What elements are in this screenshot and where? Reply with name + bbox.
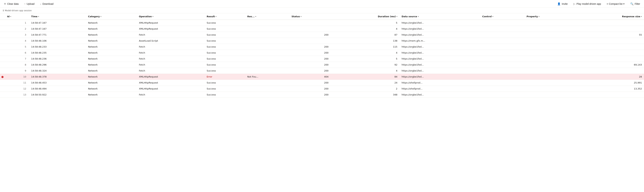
cell-duration: 5 [330,56,400,62]
col-header-category[interactable]: Category ▾ [86,14,137,20]
cell-responsesize: 13,352 [574,86,644,92]
cell-res [245,50,290,56]
compact-list-label: Compact list [609,2,622,5]
table-row[interactable]: 1014:58:48.378NetworkXMLHttpRequestError… [0,74,644,80]
cell-status: 200 [289,44,330,50]
cell-time: 14:58:48.378 [29,74,86,80]
cell-datasource: https://orgbe1fed... [400,32,480,38]
upload-button[interactable]: ↑ Upload [23,2,36,6]
col-header-control[interactable]: Control ▾ [480,14,524,20]
cell-id: 11 [5,80,29,86]
error-indicator-icon [2,76,4,78]
table-row[interactable]: 214:58:47.167NetworkXMLHttpRequestSucces… [0,26,644,32]
download-button[interactable]: ↓ Download [39,2,54,6]
cell-id: 4 [5,38,29,44]
table-row[interactable]: 814:58:48.296NetworkFetchSuccess20092htt… [0,62,644,68]
table-row[interactable]: 514:58:48.233NetworkFetchSuccess200115ht… [0,44,644,50]
cell-status: 200 [289,32,330,38]
filter-button[interactable]: 🔍 Filter [629,2,641,6]
toolbar-left: ✕ Clear data ↑ Upload ↓ Download [3,2,54,6]
cell-responsesize [574,20,644,26]
table-row[interactable]: 1214:58:48.494NetworkXMLHttpRequestSucce… [0,86,644,92]
row-indicator-cell [0,38,5,44]
col-property-label: Property [527,15,538,18]
cell-status: 200 [289,56,330,62]
cell-result: Success [204,86,245,92]
col-header-id[interactable]: Id ▾ [5,14,29,20]
cell-property [524,62,574,68]
col-header-operation[interactable]: Operation ▾ [137,14,204,20]
row-indicator-cell [0,26,5,32]
col-header-time[interactable]: Time ▾ [29,14,86,20]
table-row[interactable]: 714:58:48.236NetworkFetchSuccess2005http… [0,56,644,62]
col-header-duration[interactable]: Duration (ms) ▾ [330,14,400,20]
row-indicator-cell [0,80,5,86]
cell-time: 14:58:48.494 [29,86,86,92]
cell-time: 14:58:47.167 [29,20,86,26]
table-row[interactable]: 114:58:47.167NetworkXMLHttpRequestSucces… [0,20,644,26]
cell-id: 13 [5,92,29,98]
cell-control [480,26,524,32]
play-model-driven-app-button[interactable]: ▷ Play model-driven app [572,2,602,6]
compact-list-button[interactable]: ≡ Compact list ▾ [606,2,626,6]
cell-duration: 115 [330,44,400,50]
cell-operation: XMLHttpRequest [137,20,204,26]
cell-datasource: https://orgbe1fed... [400,92,480,98]
cell-res [245,38,290,44]
cell-responsesize: 25,991 [574,80,644,86]
table-row[interactable]: 914:58:48.324NetworkFetchSuccess2004http… [0,68,644,74]
cell-result: Success [204,38,245,44]
invite-button[interactable]: 👤 Invite [556,2,568,6]
clear-data-button[interactable]: ✕ Clear data [3,2,20,6]
col-header-status[interactable]: Status ▾ [289,14,330,20]
cell-duration: 5 [330,20,400,26]
table-row[interactable]: 1314:58:50.922NetworkFetchSuccess200348h… [0,92,644,98]
cell-property [524,74,574,80]
cell-datasource: https://orgbe1fed... [400,20,480,26]
cell-control [480,80,524,86]
table-row[interactable]: 314:58:47.771NetworkFetchSuccess20087htt… [0,32,644,38]
col-header-datasource[interactable]: Data source ▾ [400,14,480,20]
cell-control [480,62,524,68]
sort-duration-icon: ▾ [396,16,397,18]
cell-duration: 4 [330,26,400,32]
cell-category: Network [86,44,137,50]
cell-datasource: https://mem.gfx.m... [400,38,480,44]
cell-res [245,32,290,38]
cell-responsesize [574,92,644,98]
sort-responsesize-icon: ▾ [641,16,642,18]
cell-category: Network [86,38,137,44]
cell-responsesize [574,56,644,62]
cell-category: Network [86,80,137,86]
cell-responsesize: 69,143 [574,62,644,68]
cell-category: Network [86,62,137,68]
col-header-result[interactable]: Result ▾ [204,14,245,20]
cell-res [245,86,290,92]
cell-property [524,68,574,74]
sort-result-icon: ▾ [216,16,216,18]
subtitle-bar: ℹ Model-driven app session [0,8,644,14]
cell-operation: XMLHttpRequest [137,86,204,92]
col-category-label: Category [88,15,100,18]
cell-control [480,74,524,80]
download-icon: ↓ [40,2,42,5]
cell-operation: XMLHttpRequest [137,80,204,86]
col-header-res[interactable]: Res... ▾ [245,14,290,20]
cell-status: 200 [289,62,330,68]
table-row[interactable]: 1114:58:48.453NetworkXMLHttpRequestSucce… [0,80,644,86]
col-header-responsesize[interactable]: Response size ▾ [574,14,644,20]
cell-datasource: https://shellprod... [400,86,480,92]
cell-responsesize [574,44,644,50]
cell-time: 14:58:48.236 [29,56,86,62]
cell-duration: 138 [330,38,400,44]
table-row[interactable]: 614:58:48.235NetworkFetchSuccess2004http… [0,50,644,56]
col-responsesize-label: Response size [622,15,640,18]
table-row[interactable]: 414:58:48.106NetworkAssetLoad.ScriptSucc… [0,38,644,44]
cell-datasource: https://orgbe1fed... [400,56,480,62]
cell-property [524,56,574,62]
col-header-property[interactable]: Property ▾ [524,14,574,20]
cell-responsesize [574,26,644,32]
cell-operation: Fetch [137,56,204,62]
cell-status: 200 [289,68,330,74]
cell-operation: Fetch [137,50,204,56]
